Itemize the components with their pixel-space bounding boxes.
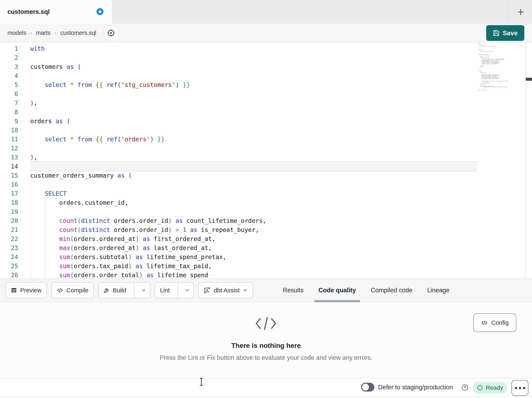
code-text: sum(orders.subtotal) as lifetime_spend_p… [30,252,226,261]
code-text: orders.customer_id, [30,198,128,207]
compile-button-label: Compile [66,287,89,294]
compile-button[interactable]: Compile [51,282,94,298]
dbt-ide-window: customers.sql + models › marts › custome… [0,0,532,398]
empty-state-code-icon [255,315,277,332]
line-number: 16 [0,180,18,189]
explore-lineage-button[interactable] [104,26,119,40]
editor-tab-bar: customers.sql + [0,0,532,24]
code-line[interactable]: 21 count(distinct orders.order_id) > 1 a… [0,225,266,234]
line-number: 26 [0,271,18,278]
code-line[interactable]: 13), [0,153,266,162]
floppy-disk-icon [493,30,500,36]
code-text: count(distinct orders.order_id) as count… [30,216,266,225]
code-line[interactable]: 10 [0,126,266,135]
question-circle-icon[interactable] [461,384,469,391]
code-text: sum(orders.tax_paid) as lifetime_tax_pai… [30,261,212,271]
code-line[interactable]: 22 min(orders.ordered_at) as first_order… [0,234,266,243]
code-line[interactable]: 11 select * from {{ ref('orders') }} [0,135,266,144]
code-line[interactable]: 15customer_orders_summary as ( [0,171,266,180]
code-lines: 1with23customers as (45 select * from {{… [0,44,266,278]
line-number: 15 [0,171,18,180]
editor-scrollbar-thumb[interactable] [526,78,532,81]
code-line[interactable]: 20 count(distinct orders.order_id) as co… [0,216,266,225]
more-options-button[interactable] [512,380,528,396]
result-panel-tabs: ResultsCode qualityCompiled codeLineage [281,279,451,302]
code-line[interactable]: 19 [0,207,266,216]
code-text: customers as ( [30,62,81,71]
code-line[interactable]: 16 [0,180,266,189]
code-line[interactable]: 24 sum(orders.subtotal) as lifetime_spen… [0,252,266,261]
code-editor[interactable]: 1with23customers as (45 select * from {{… [0,42,532,278]
save-button[interactable]: Save [486,25,524,41]
dbt-assist-button-label: dbt Assist [214,287,240,294]
build-button[interactable]: Build [103,287,126,294]
tab-compiled-code[interactable]: Compiled code [369,279,414,302]
line-number: 12 [0,144,18,153]
code-line[interactable]: 18 orders.customer_id, [0,198,266,207]
new-tab-button[interactable]: + [514,5,527,19]
preview-button[interactable]: Preview [6,282,47,298]
code-quality-panel: Config There is nothing here Press the L… [0,302,532,378]
button-divider [177,283,178,298]
tab-lineage[interactable]: Lineage [426,279,451,302]
line-number: 7 [0,98,18,107]
breadcrumb-separator-icon: › [30,30,32,36]
line-number: 9 [0,117,18,126]
wrench-icon [103,287,110,294]
line-number: 11 [0,135,18,144]
code-line[interactable]: 1with [0,44,266,53]
code-line[interactable]: 7), [0,98,266,107]
code-line[interactable]: 2 [0,53,266,62]
config-button[interactable]: Config [473,313,516,332]
page-bottom-border [0,396,532,397]
tab-results[interactable]: Results [281,279,305,302]
code-text: orders as ( [30,117,70,126]
file-tab-customers-sql[interactable]: customers.sql [0,0,112,24]
breadcrumb-item-marts[interactable]: marts [36,30,51,36]
tab-code-quality[interactable]: Code quality [317,279,357,302]
code-line[interactable]: 5 select * from {{ ref('stg_customers') … [0,80,266,89]
code-line[interactable]: 25 sum(orders.tax_paid) as lifetime_tax_… [0,261,266,271]
code-text: min(orders.ordered_at) as first_ordered_… [30,234,215,243]
active-line-highlight [30,162,477,171]
lint-split-button: Lint [155,282,194,298]
code-line[interactable]: 9orders as ( [0,117,266,126]
code-text: select * from {{ ref('orders') }} [30,135,165,144]
minimap[interactable]: with customers as ( select * from {{ ref… [478,43,509,91]
i-beam-cursor [199,377,204,386]
code-line[interactable]: 12 [0,144,266,153]
circle-outline-icon [477,385,483,391]
code-line[interactable]: 8 [0,107,266,117]
breadcrumb-item-models[interactable]: models [7,30,26,36]
status-bar: Defer to staging/production Ready [0,378,532,396]
code-line[interactable]: 26 sum(orders.order_total) as lifetime_s… [0,271,266,278]
editor-toolbar: Preview Compile Build [6,282,253,298]
build-dropdown-button[interactable] [137,283,150,298]
minimap-line: on customers.customer_id = customer_orde… [478,87,509,87]
lint-dropdown-button[interactable] [181,283,194,298]
ide-status-badge[interactable]: Ready [473,382,507,394]
code-text: SELECT [30,189,67,198]
lint-button[interactable]: Lint [160,287,170,294]
code-line[interactable]: 4 [0,71,266,80]
chat-sparkle-icon [203,287,211,294]
line-number: 6 [0,89,18,98]
chevron-down-icon [243,288,248,293]
code-line[interactable]: 6 [0,89,266,98]
action-strip: Preview Compile Build [0,278,532,302]
code-line[interactable]: 14 [0,162,266,171]
breadcrumb-separator-icon: › [55,30,56,36]
line-number: 25 [0,261,18,271]
tab-bar-divider [507,0,508,24]
defer-toggle[interactable] [361,383,374,391]
code-line[interactable]: 17 SELECT [0,189,266,198]
line-number: 18 [0,198,18,207]
compass-icon [107,29,115,37]
toggle-knob [362,384,369,391]
code-line[interactable]: 23 max(orders.ordered_at) as last_ordere… [0,243,266,252]
ellipsis-icon [515,387,517,389]
code-line[interactable]: 3customers as ( [0,62,266,71]
preview-button-label: Preview [20,287,42,294]
ellipsis-icon [519,387,521,389]
dbt-assist-button[interactable]: dbt Assist [198,282,253,298]
